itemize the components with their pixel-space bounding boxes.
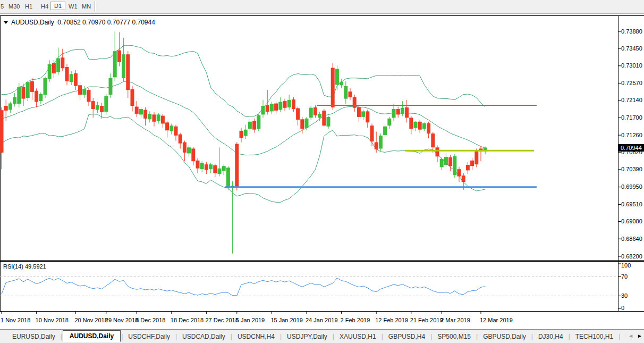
candle-body (104, 96, 108, 112)
candle-body (131, 89, 134, 106)
candle-body (157, 114, 160, 121)
candle-body (152, 114, 156, 121)
price-axis-label: 0.72140 (621, 97, 642, 103)
date-axis-label: 15 Jan 2019 (270, 317, 303, 323)
chart-tab-usdcad[interactable]: USDCAD,Daily (177, 331, 230, 342)
candle-body (322, 111, 326, 126)
chart-tab-xauusd[interactable]: XAUUSD,H1 (335, 331, 381, 342)
chart-tab-dj30[interactable]: DJ30,H4 (533, 331, 568, 342)
candle-body (431, 133, 435, 147)
candle-body (248, 122, 252, 129)
candle-body (39, 94, 43, 101)
date-axis-label: 29 Nov 2018 (105, 317, 138, 323)
candle-body (383, 127, 387, 135)
candle-body (287, 100, 291, 107)
candle-body (414, 122, 418, 128)
date-axis-label: 1 Nov 2018 (1, 317, 30, 323)
chart-tab-gbpusd[interactable]: GBPUSD,H4 (384, 331, 430, 342)
candle-body (56, 58, 60, 72)
candle-body (48, 64, 52, 79)
candle-body (113, 51, 117, 77)
candle-body (174, 127, 178, 136)
chart-title: AUDUSD,Daily 0.70852 0.70970 0.70777 0.7… (4, 19, 155, 26)
candle-body (257, 115, 260, 129)
candle-body (379, 136, 383, 149)
candle-body (375, 143, 378, 149)
candle-body (278, 102, 282, 110)
candle-body (370, 126, 374, 141)
candle-body (65, 67, 69, 81)
candle-body (270, 104, 274, 111)
candle-body (474, 152, 478, 165)
date-axis-label: 2 Feb 2019 (341, 317, 370, 323)
candle-body (87, 90, 91, 102)
candle-body (344, 86, 348, 99)
candle-body (349, 91, 352, 97)
chart-tab-audusd[interactable]: AUDUSD,Daily (63, 330, 121, 342)
candle-body (457, 169, 461, 176)
tab-scroll-right-icon[interactable]: ► (637, 333, 642, 339)
price-axis-label: 0.68640 (621, 236, 642, 242)
candle-body (187, 147, 191, 153)
price-axis-label: 0.73880 (621, 29, 642, 35)
candle-body (161, 116, 165, 124)
candle-body (9, 104, 12, 110)
chart-ohlc-values: 0.70852 0.70970 0.70777 0.70944 (57, 19, 155, 26)
chart-tab-usdjpy[interactable]: USDJPY,Daily (282, 331, 332, 342)
candle-body (179, 135, 182, 144)
chart-dropdown-icon[interactable] (4, 21, 8, 24)
candle-body (91, 101, 95, 109)
candle-body (139, 109, 143, 114)
candle-body (409, 118, 413, 129)
price-axis-label: 0.69510 (621, 202, 642, 207)
candle-body (148, 114, 151, 119)
candle-body (13, 97, 16, 104)
chart-tab-gbpusd[interactable]: GBPUSD,Daily (478, 331, 531, 342)
tab-scroll-left-icon[interactable]: ◄ (628, 333, 633, 339)
date-axis-label: 18 Dec 2018 (171, 317, 204, 323)
candle-body (82, 89, 86, 95)
candle-body (135, 107, 139, 114)
candle-body (200, 163, 204, 169)
date-axis-label: 8 Dec 2018 (135, 317, 165, 323)
candle-body (453, 156, 456, 175)
chart-tab-tech100[interactable]: TECH100,H1 (571, 331, 618, 342)
candle-body (405, 107, 409, 118)
price-axis-label: 0.69950 (621, 184, 642, 190)
candle-body (26, 82, 30, 98)
candle-body (427, 123, 430, 133)
candle-body (313, 107, 317, 115)
candle-body (96, 105, 99, 110)
candle-body (296, 108, 300, 120)
price-chart-canvas[interactable] (0, 0, 644, 343)
rsi-axis-label: 30 (621, 293, 628, 299)
candle-body (266, 105, 269, 112)
candle-body (222, 166, 226, 171)
candle-body (470, 161, 474, 166)
date-axis-label: 20 Nov 2018 (74, 317, 107, 323)
candle-body (353, 97, 357, 108)
candle-body (196, 161, 200, 169)
price-axis-label: 0.69080 (621, 219, 642, 224)
candle-body (440, 159, 444, 168)
chart-tab-usdcnh[interactable]: USDCNH,H4 (233, 331, 279, 342)
candle-body (122, 54, 125, 78)
candle-body (109, 78, 113, 95)
candle-body (335, 69, 339, 85)
candle-body (252, 121, 256, 129)
candle-body (30, 81, 34, 92)
candle-body (366, 111, 369, 122)
date-axis-label: 24 Jan 2019 (306, 317, 338, 323)
chart-symbol-label: AUDUSD,Daily (11, 19, 54, 26)
date-axis-label: 27 Dec 2018 (205, 317, 238, 323)
candle-body (309, 108, 313, 118)
candle-body (78, 85, 82, 95)
candle-body (17, 87, 21, 104)
candle-body (126, 54, 130, 90)
chart-tab-bar: EURUSD,Daily|AUDUSD,Daily|USDCHF,Daily|U… (0, 329, 644, 343)
candle-body (418, 122, 422, 130)
chart-tab-sp500[interactable]: SP500,M15 (433, 331, 476, 342)
chart-tab-usdchf[interactable]: USDCHF,Daily (123, 331, 175, 342)
candle-body (52, 63, 56, 73)
chart-tab-eurusd[interactable]: EURUSD,Daily (7, 331, 60, 342)
